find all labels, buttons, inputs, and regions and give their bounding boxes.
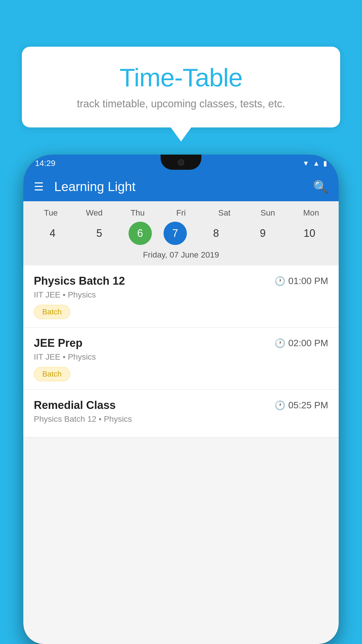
schedule-item-3[interactable]: Remedial Class 🕐 05:25 PM Physics Batch … (23, 390, 339, 438)
schedule-item-2[interactable]: JEE Prep 🕐 02:00 PM IIT JEE • Physics Ba… (23, 328, 339, 390)
schedule-item-1-time-value: 01:00 PM (288, 276, 328, 286)
day-header-wed: Wed (77, 208, 112, 218)
selected-date-label: Friday, 07 June 2019 (29, 250, 333, 265)
battery-icon: ▮ (323, 159, 327, 167)
schedule-item-1-time: 🕐 01:00 PM (275, 276, 328, 286)
day-8[interactable]: 8 (198, 222, 233, 245)
schedule-item-2-tag: Batch (34, 367, 70, 381)
day-header-fri: Fri (164, 208, 198, 218)
schedule-item-3-header: Remedial Class 🕐 05:25 PM (34, 399, 328, 412)
search-icon[interactable]: 🔍 (313, 180, 328, 194)
schedule-item-1-tag: Batch (34, 305, 70, 319)
schedule-item-2-title: JEE Prep (34, 337, 82, 349)
clock-icon-3: 🕐 (275, 400, 285, 410)
schedule-item-2-header: JEE Prep 🕐 02:00 PM (34, 337, 328, 349)
status-icons: ▼ ▲ ▮ (302, 159, 327, 167)
day-header-thu: Thu (120, 208, 155, 218)
schedule-item-1-subtitle: IIT JEE • Physics (34, 290, 328, 300)
day-6-today[interactable]: 6 (129, 222, 152, 245)
calendar-strip: Tue Wed Thu Fri Sat Sun Mon 4 5 6 7 8 9 … (23, 201, 339, 265)
phone-screen: 14:29 ▼ ▲ ▮ ☰ Learning Light 🔍 Tue Wed T… (23, 155, 339, 644)
camera (178, 159, 184, 166)
status-time: 14:29 (35, 159, 55, 168)
day-header-sun: Sun (250, 208, 285, 218)
schedule-item-1-title: Physics Batch 12 (34, 275, 125, 287)
phone-frame: 14:29 ▼ ▲ ▮ ☰ Learning Light 🔍 Tue Wed T… (23, 155, 339, 644)
day-5[interactable]: 5 (82, 222, 117, 245)
speech-bubble-title: Time-Table (39, 63, 323, 92)
day-header-sat: Sat (207, 208, 242, 218)
hamburger-icon[interactable]: ☰ (34, 180, 44, 193)
notch (161, 155, 201, 170)
schedule-item-2-subtitle: IIT JEE • Physics (34, 352, 328, 362)
day-7-selected[interactable]: 7 (164, 222, 187, 245)
status-bar: 14:29 ▼ ▲ ▮ (23, 155, 339, 172)
day-header-tue: Tue (33, 208, 68, 218)
speech-bubble: Time-Table track timetable, upcoming cla… (22, 47, 340, 127)
wifi-icon: ▼ (302, 159, 309, 167)
day-numbers: 4 5 6 7 8 9 10 (29, 222, 333, 245)
day-4[interactable]: 4 (35, 222, 70, 245)
schedule-item-3-subtitle: Physics Batch 12 • Physics (34, 414, 328, 424)
day-headers: Tue Wed Thu Fri Sat Sun Mon (29, 208, 333, 218)
schedule-item-1[interactable]: Physics Batch 12 🕐 01:00 PM IIT JEE • Ph… (23, 265, 339, 328)
schedule-item-1-header: Physics Batch 12 🕐 01:00 PM (34, 275, 328, 287)
schedule-list: Physics Batch 12 🕐 01:00 PM IIT JEE • Ph… (23, 265, 339, 438)
schedule-item-2-time-value: 02:00 PM (288, 338, 328, 349)
schedule-item-3-title: Remedial Class (34, 399, 116, 412)
day-9[interactable]: 9 (245, 222, 280, 245)
schedule-item-3-time: 🕐 05:25 PM (275, 400, 328, 411)
schedule-item-2-time: 🕐 02:00 PM (275, 338, 328, 349)
day-header-mon: Mon (294, 208, 328, 218)
day-10[interactable]: 10 (292, 222, 327, 245)
clock-icon-2: 🕐 (275, 338, 285, 348)
app-title: Learning Light (54, 179, 313, 194)
app-bar: ☰ Learning Light 🔍 (23, 172, 339, 201)
clock-icon-1: 🕐 (275, 276, 285, 286)
signal-icon: ▲ (313, 159, 320, 167)
schedule-item-3-time-value: 05:25 PM (288, 400, 328, 411)
speech-bubble-subtitle: track timetable, upcoming classes, tests… (39, 98, 323, 110)
